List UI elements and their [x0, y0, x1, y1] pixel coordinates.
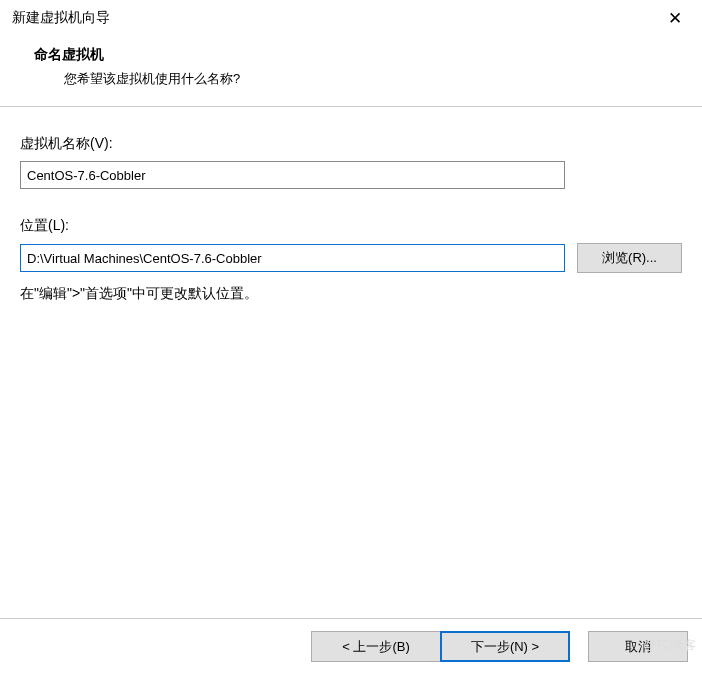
vm-location-label: 位置(L): [20, 217, 682, 235]
wizard-header: 命名虚拟机 您希望该虚拟机使用什么名称? [0, 36, 702, 106]
wizard-content: 虚拟机名称(V): 位置(L): 浏览(R)... 在"编辑">"首选项"中可更… [0, 107, 702, 313]
vm-name-label: 虚拟机名称(V): [20, 135, 682, 153]
window-title: 新建虚拟机向导 [12, 9, 110, 27]
footer-buttons: < 上一步(B) 下一步(N) > 取消 [0, 631, 702, 662]
next-button[interactable]: 下一步(N) > [440, 631, 570, 662]
browse-button[interactable]: 浏览(R)... [577, 243, 682, 273]
vm-location-group: 位置(L): 浏览(R)... 在"编辑">"首选项"中可更改默认位置。 [20, 217, 682, 303]
cancel-button[interactable]: 取消 [588, 631, 688, 662]
wizard-footer: < 上一步(B) 下一步(N) > 取消 [0, 618, 702, 662]
vm-location-input[interactable] [20, 244, 565, 272]
header-title: 命名虚拟机 [24, 46, 678, 64]
close-icon[interactable]: ✕ [660, 6, 690, 31]
header-subtitle: 您希望该虚拟机使用什么名称? [24, 70, 678, 88]
vm-name-group: 虚拟机名称(V): [20, 135, 682, 189]
vm-name-input[interactable] [20, 161, 565, 189]
titlebar: 新建虚拟机向导 ✕ [0, 0, 702, 36]
footer-divider [0, 618, 702, 619]
back-button[interactable]: < 上一步(B) [311, 631, 441, 662]
location-hint: 在"编辑">"首选项"中可更改默认位置。 [20, 285, 682, 303]
location-row: 浏览(R)... [20, 243, 682, 273]
